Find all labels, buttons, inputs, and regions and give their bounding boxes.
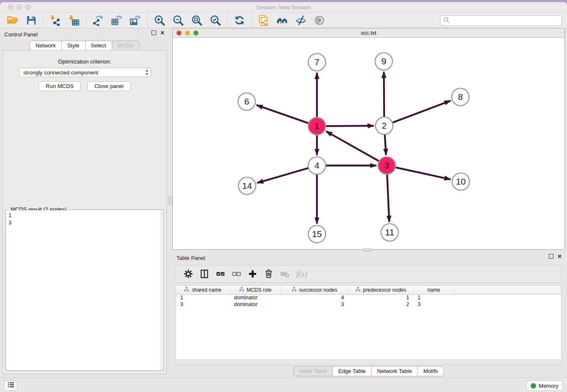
edge-2-3[interactable] <box>385 134 386 155</box>
import-network-icon[interactable] <box>50 14 61 26</box>
edge-2-9[interactable] <box>384 72 384 118</box>
edge-3-11[interactable] <box>387 174 389 222</box>
column-header-predecessor-nodes[interactable]: predecessor nodes <box>348 286 413 294</box>
node-4[interactable]: 4 <box>308 157 326 174</box>
table-cell[interactable]: 1 <box>348 294 413 301</box>
toolbar-separator <box>251 14 252 27</box>
app-title: Session: New Session <box>0 4 567 11</box>
tab-network[interactable]: Network <box>30 41 62 51</box>
tab-select[interactable]: Select <box>85 41 112 51</box>
node-7[interactable]: 7 <box>308 54 326 71</box>
node-15[interactable]: 15 <box>308 226 326 243</box>
show-columns-icon[interactable] <box>199 269 209 279</box>
function-builder-icon: f(x) <box>296 269 307 279</box>
edge-1-2[interactable] <box>325 126 374 126</box>
toolbar-separator <box>227 14 228 27</box>
table-panel-close-icon[interactable]: × <box>558 254 561 259</box>
first-neighbors-icon[interactable] <box>276 14 288 26</box>
optimization-criterion-dropdown[interactable]: strongly connected component <box>19 68 151 77</box>
node-3[interactable]: 3 <box>378 157 396 174</box>
edge-4-14[interactable] <box>257 168 310 183</box>
delete-table-icon <box>280 269 290 279</box>
delete-columns-icon[interactable] <box>264 269 274 279</box>
tab-node-table[interactable]: Node Table <box>293 366 333 376</box>
table-cell[interactable]: 3 <box>413 301 454 308</box>
deselect-all-columns-icon[interactable] <box>231 269 242 279</box>
add-column-icon[interactable] <box>248 269 258 279</box>
zoom-out-icon[interactable] <box>172 14 184 26</box>
tab-network-table[interactable]: Network Table <box>371 366 418 376</box>
tab-motifs[interactable]: Motifs <box>417 366 444 376</box>
save-session-icon[interactable] <box>25 14 37 26</box>
open-session-icon[interactable] <box>7 14 19 26</box>
node-label: 2 <box>382 121 387 130</box>
control-panel-close-icon[interactable]: × <box>160 30 164 35</box>
table-cell[interactable]: 3 <box>281 301 348 308</box>
edge-3-10[interactable] <box>394 167 451 179</box>
search-box[interactable] <box>440 15 562 26</box>
control-panel-body: Optimization criterion: strongly connect… <box>3 50 167 374</box>
panel-splitter-handle[interactable] <box>168 196 172 204</box>
export-image-icon[interactable] <box>129 14 141 26</box>
network-canvas[interactable]: 7968124314101511 <box>173 38 564 250</box>
edge-1-6[interactable] <box>256 105 309 124</box>
hide-selected-icon[interactable] <box>295 14 307 26</box>
import-table-icon[interactable] <box>68 14 80 26</box>
node-8[interactable]: 8 <box>452 88 469 106</box>
tab-edge-table[interactable]: Edge Table <box>332 366 372 376</box>
export-network-icon[interactable] <box>92 14 104 26</box>
mcds-result-list[interactable]: 1 3 <box>6 210 160 370</box>
node-label: 11 <box>385 227 394 237</box>
mcds-result-scrollbar[interactable] <box>160 210 163 370</box>
table-cell[interactable]: 2 <box>348 301 413 308</box>
apply-layout-icon[interactable] <box>234 14 245 26</box>
control-panel-float-icon[interactable] <box>151 30 156 35</box>
column-header-name[interactable]: name <box>413 286 454 294</box>
dropdown-stepper-icon <box>145 69 149 76</box>
node-6[interactable]: 6 <box>238 93 256 110</box>
control-panel-tabs: NetworkStyleSelectMCDS <box>3 41 167 51</box>
tab-mcds[interactable]: MCDS <box>112 41 140 51</box>
node-label: 7 <box>314 57 319 67</box>
node-1[interactable]: 1 <box>308 118 326 135</box>
memory-button[interactable]: Memory <box>526 381 563 391</box>
table-cell[interactable]: dominator <box>230 294 281 301</box>
edge-2-8[interactable] <box>391 101 451 123</box>
node-9[interactable]: 9 <box>375 53 393 70</box>
select-all-columns-icon[interactable] <box>215 269 226 279</box>
table-hscroll-track[interactable] <box>176 359 561 364</box>
search-input[interactable] <box>450 16 561 25</box>
table-cell[interactable]: 4 <box>281 294 348 301</box>
export-table-icon[interactable] <box>111 14 123 26</box>
column-header-filler <box>454 286 561 294</box>
table-cell[interactable]: 1 <box>176 294 230 301</box>
close-panel-button[interactable]: Close panel <box>87 81 131 91</box>
node-11[interactable]: 11 <box>381 224 399 241</box>
node-label: 14 <box>242 181 252 190</box>
node-14[interactable]: 14 <box>239 177 256 195</box>
table-settings-icon[interactable] <box>183 269 193 279</box>
tab-style[interactable]: Style <box>61 41 85 51</box>
edge-3-1[interactable] <box>326 131 380 162</box>
node-10[interactable]: 10 <box>452 173 470 190</box>
run-mcds-button[interactable]: Run MCDS <box>39 81 81 91</box>
table-cell[interactable]: dominator <box>230 301 281 308</box>
table-panel-float-icon[interactable] <box>549 254 553 259</box>
zoom-fit-icon[interactable] <box>191 14 203 26</box>
node-2[interactable]: 2 <box>376 117 393 135</box>
network-table-splitter-handle[interactable] <box>363 248 372 251</box>
tree-sort-icon <box>355 287 361 293</box>
column-header-successor-nodes[interactable]: successor nodes <box>281 286 348 294</box>
network-window-titlebar[interactable]: x−+ scc.txt <box>173 28 564 38</box>
zoom-in-icon[interactable] <box>154 14 165 26</box>
table-cell[interactable]: 3 <box>176 301 230 308</box>
new-network-from-selection-icon[interactable] <box>258 14 270 26</box>
column-header-shared-name[interactable]: shared name <box>176 286 230 294</box>
table-cell[interactable]: 1 <box>413 294 454 301</box>
table-row[interactable]: 1dominator411 <box>176 294 561 301</box>
column-header-MCDS-role[interactable]: MCDS role <box>230 286 281 294</box>
network-canvas-svg[interactable]: 7968124314101511 <box>173 38 564 250</box>
task-history-button[interactable] <box>4 381 17 391</box>
zoom-selected-icon[interactable] <box>209 14 221 26</box>
table-row[interactable]: 3dominator323 <box>176 301 561 308</box>
